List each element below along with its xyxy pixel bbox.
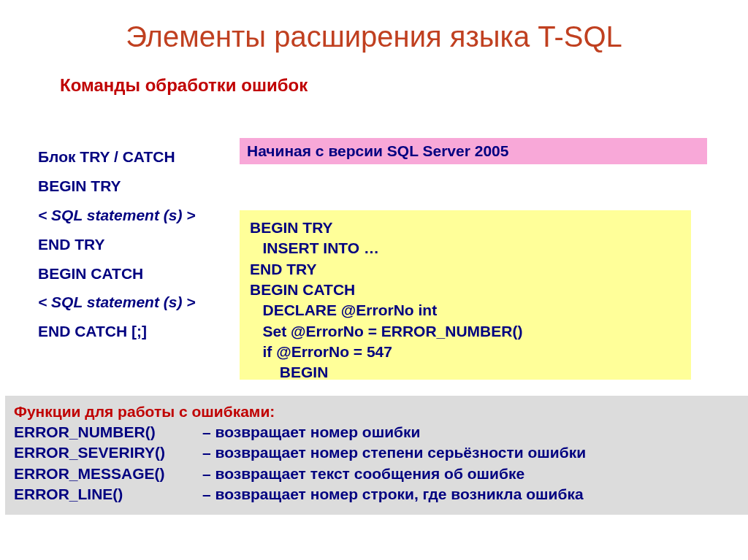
syntax-line: END TRY bbox=[38, 230, 228, 259]
syntax-line: < SQL statement (s) > bbox=[38, 201, 228, 230]
function-desc: – возвращает текст сообщения об ошибке bbox=[202, 464, 524, 484]
function-row: ERROR_NUMBER() – возвращает номер ошибки bbox=[14, 422, 744, 442]
function-name: ERROR_MESSAGE() bbox=[14, 464, 202, 484]
syntax-line: Блок TRY / CATCH bbox=[38, 142, 228, 172]
slide-subtitle: Команды обработки ошибок bbox=[60, 75, 748, 96]
syntax-line: < SQL statement (s) > bbox=[38, 288, 228, 317]
functions-title: Функции для работы с ошибками: bbox=[14, 403, 744, 421]
functions-box: Функции для работы с ошибками: ERROR_NUM… bbox=[5, 396, 748, 515]
function-row: ERROR_LINE() – возвращает номер строки, … bbox=[14, 484, 744, 505]
function-desc: – возвращает номер степени серьёзности о… bbox=[202, 442, 586, 463]
function-desc: – возвращает номер ошибки bbox=[202, 422, 420, 442]
function-name: ERROR_NUMBER() bbox=[14, 422, 202, 442]
syntax-line: BEGIN TRY bbox=[38, 172, 228, 201]
syntax-line: BEGIN CATCH bbox=[38, 259, 228, 288]
code-example: BEGIN TRY INSERT INTO … END TRY BEGIN CA… bbox=[240, 210, 691, 380]
syntax-block: Блок TRY / CATCH BEGIN TRY < SQL stateme… bbox=[38, 142, 228, 346]
function-name: ERROR_SEVERIRY() bbox=[14, 442, 202, 463]
version-note: Начиная с версии SQL Server 2005 bbox=[240, 138, 707, 164]
function-name: ERROR_LINE() bbox=[14, 484, 202, 505]
function-row: ERROR_MESSAGE() – возвращает текст сообщ… bbox=[14, 464, 744, 484]
function-desc: – возвращает номер строки, где возникла … bbox=[202, 484, 584, 505]
slide: Элементы расширения языка T-SQL Команды … bbox=[0, 0, 748, 560]
function-row: ERROR_SEVERIRY() – возвращает номер степ… bbox=[14, 442, 744, 463]
syntax-line: END CATCH [;] bbox=[38, 317, 228, 346]
slide-title: Элементы расширения языка T-SQL bbox=[0, 0, 748, 53]
